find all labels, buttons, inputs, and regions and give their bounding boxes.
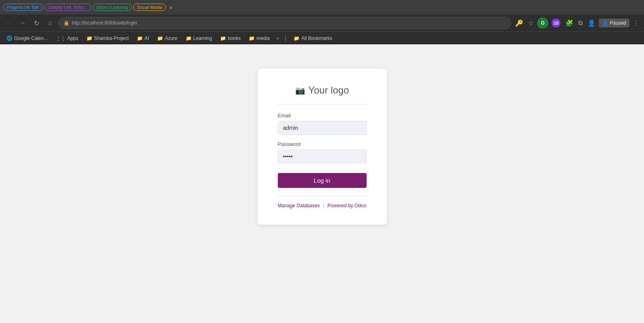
email-input[interactable] (278, 121, 367, 135)
login-card: 📷 Your logo Email Password Log in Manage… (258, 69, 387, 225)
tab-bar: Pragma | AI Talk Udacity | ML Scho... Od… (0, 0, 644, 15)
back-button[interactable]: ← (3, 17, 15, 29)
tab-pragma[interactable]: Pragma | AI Talk (3, 4, 43, 11)
email-label: Email (278, 113, 367, 119)
address-bar[interactable]: 🔒 http://localhost:8069/web/login (58, 17, 511, 29)
forward-button[interactable]: → (17, 17, 28, 29)
lock-icon: 🔒 (63, 20, 69, 26)
divider-top (278, 104, 367, 104)
bookmark-google-cal[interactable]: 🌐 Google Calen... (3, 34, 51, 42)
password-input[interactable] (278, 150, 367, 163)
bookmark-shamba[interactable]: 📁 Shamba-Project (83, 34, 132, 42)
folder-icon-all: 📁 (294, 35, 300, 41)
footer-links: Manage Databases | Powered by Odoo (278, 196, 367, 208)
folder-icon-ai: 📁 (137, 35, 143, 41)
bookmarks-bar: 🌐 Google Calen... ⋮⋮ Apps 📁 Shamba-Proje… (0, 31, 644, 44)
bookmark-icon: 🌐 (6, 35, 13, 41)
bookmark-learning[interactable]: 📁 Learning (183, 34, 216, 42)
tab-overflow[interactable]: » (168, 4, 174, 10)
profile-label: Paused (610, 20, 626, 26)
nav-bar: ← → ↻ ⌂ 🔒 http://localhost:8069/web/logi… (0, 15, 644, 31)
powered-by-link[interactable]: Powered by Odoo (327, 203, 366, 208)
bookmarks-separator: | (282, 35, 289, 42)
profile-button[interactable]: 👤 Paused (599, 19, 629, 27)
folder-icon-books: 📁 (220, 35, 226, 41)
bookmark-books[interactable]: 📁 books (217, 34, 244, 42)
tab-odoo[interactable]: Odoo | Learning (93, 4, 132, 11)
login-button[interactable]: Log in (278, 173, 367, 188)
profile-icon[interactable]: 👤 (586, 18, 597, 29)
apps-icon: ⋮⋮ (56, 35, 65, 41)
page-content: 📷 Your logo Email Password Log in Manage… (0, 44, 644, 323)
footer-separator: | (323, 203, 324, 208)
bookmark-apps[interactable]: ⋮⋮ Apps (52, 34, 81, 42)
password-group: Password (278, 141, 367, 163)
bookmark-ai[interactable]: 📁 AI (134, 34, 152, 42)
folder-icon: 📁 (86, 35, 92, 41)
bookmark-media[interactable]: 📁 media (245, 34, 273, 42)
tab-social[interactable]: Social Media (133, 4, 166, 11)
folder-icon-media: 📁 (249, 35, 255, 41)
manage-databases-link[interactable]: Manage Databases (278, 203, 320, 208)
extension-puzzle-icon[interactable]: 🧩 (564, 18, 575, 29)
bookmark-azure[interactable]: 📁 Azure (154, 34, 180, 42)
bookmark-all[interactable]: 📁 All Bookmarks (290, 34, 336, 42)
url-text: http://localhost:8069/web/login (72, 20, 137, 26)
sidebar-icon[interactable]: ⧉ (577, 18, 584, 28)
bookmark-star-icon[interactable]: ☆ (527, 18, 535, 29)
reload-button[interactable]: ↻ (31, 17, 42, 29)
logo-area: 📷 Your logo (278, 85, 367, 96)
bookmarks-overflow[interactable]: » (275, 35, 281, 41)
email-group: Email (278, 113, 367, 135)
password-manager-icon[interactable]: 🔑 (514, 18, 525, 29)
password-label: Password (278, 141, 367, 147)
folder-icon-azure: 📁 (157, 35, 163, 41)
profile-avatar: 👤 (602, 20, 608, 26)
tab-udacity[interactable]: Udacity | ML Scho... (44, 4, 91, 11)
grammarly-icon[interactable]: G (537, 17, 548, 29)
nav-icons: 🔑 ☆ G 10 🧩 ⧉ 👤 👤 Paused ⋮ (514, 17, 641, 29)
menu-icon[interactable]: ⋮ (631, 18, 641, 29)
folder-icon-learning: 📁 (186, 35, 192, 41)
logo-text: Your logo (308, 85, 349, 96)
extension-badge-icon[interactable]: 10 (550, 17, 562, 29)
home-button[interactable]: ⌂ (44, 17, 56, 29)
camera-icon: 📷 (295, 85, 305, 95)
